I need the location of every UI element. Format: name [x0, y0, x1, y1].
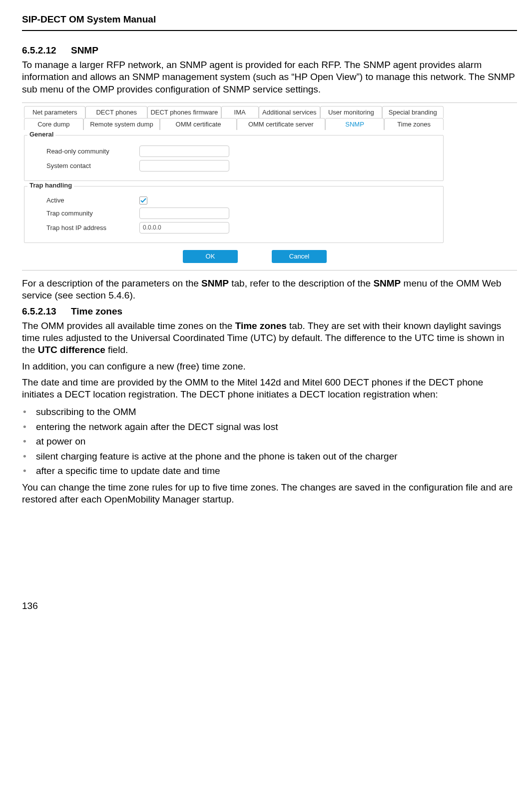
tab-dect-phones[interactable]: DECT phones — [85, 106, 147, 118]
list-item: silent charging feature is active at the… — [22, 449, 517, 464]
tab-dect-phones-firmware[interactable]: DECT phones firmware — [147, 106, 221, 118]
paragraph: In addition, you can configure a new (fr… — [22, 360, 517, 372]
input-trap-host-ip[interactable] — [139, 222, 229, 234]
row-trap-community: Trap community — [34, 208, 433, 219]
cancel-button[interactable]: Cancel — [272, 250, 327, 263]
row-system-contact: System contact — [34, 160, 433, 172]
label-read-only-community: Read-only community — [34, 148, 139, 155]
tab-row-2: Core dump Remote system dump OMM certifi… — [24, 118, 444, 130]
general-fieldset: General Read-only community System conta… — [24, 135, 444, 181]
trap-legend: Trap handling — [27, 182, 74, 189]
paragraph: You can change the time zone rules for u… — [22, 482, 517, 506]
text-bold: SNMP — [201, 278, 229, 288]
paragraph: The OMM provides all available time zone… — [22, 320, 517, 356]
section-number: 6.5.2.13 — [22, 306, 56, 316]
section-title: Time zones — [71, 306, 122, 316]
section-title: SNMP — [71, 45, 98, 56]
paragraph: To manage a larger RFP network, an SNMP … — [22, 59, 517, 96]
text: tab, refer to the description of the — [229, 278, 373, 288]
tab-additional-services[interactable]: Additional services — [259, 106, 320, 118]
paragraph: The date and time are provided by the OM… — [22, 376, 517, 401]
label-trap-host-ip: Trap host IP address — [34, 224, 139, 232]
doc-header: SIP-DECT OM System Manual — [22, 14, 517, 25]
text-bold: UTC difference — [38, 344, 105, 355]
tab-ima[interactable]: IMA — [221, 106, 259, 118]
text: The OMM provides all available time zone… — [22, 320, 235, 331]
tab-user-monitoring[interactable]: User monitoring — [320, 106, 382, 118]
ok-button[interactable]: OK — [183, 250, 238, 263]
text-bold: SNMP — [373, 278, 401, 288]
tab-snmp[interactable]: SNMP — [325, 118, 385, 130]
label-active: Active — [34, 196, 139, 204]
snmp-figure: Net parameters DECT phones DECT phones f… — [22, 102, 517, 270]
list-item: after a specific time to update date and… — [22, 464, 517, 478]
row-trap-host-ip: Trap host IP address — [34, 222, 433, 234]
header-divider — [22, 30, 517, 31]
section-heading-snmp: 6.5.2.12 SNMP — [22, 45, 517, 56]
checkbox-active[interactable] — [139, 196, 147, 204]
row-read-only-community: Read-only community — [34, 146, 433, 157]
row-active: Active — [34, 196, 433, 204]
text-bold: Time zones — [235, 320, 287, 331]
label-trap-community: Trap community — [34, 210, 139, 217]
tab-special-branding[interactable]: Special branding — [382, 106, 444, 118]
text: field. — [105, 344, 128, 355]
paragraph: For a description of the parameters on t… — [22, 278, 517, 302]
tab-omm-certificate-server[interactable]: OMM certificate server — [237, 118, 325, 130]
label-system-contact: System contact — [34, 162, 139, 170]
list-item: entering the network again after the DEC… — [22, 420, 517, 434]
section-number: 6.5.2.12 — [22, 45, 56, 56]
tab-row-1: Net parameters DECT phones DECT phones f… — [24, 106, 444, 118]
trap-fieldset: Trap handling Active Trap community Trap… — [24, 186, 444, 243]
tab-core-dump[interactable]: Core dump — [24, 118, 83, 130]
check-icon — [140, 198, 146, 204]
button-row: OK Cancel — [183, 250, 444, 263]
tab-time-zones[interactable]: Time zones — [384, 118, 444, 130]
page-number: 136 — [22, 600, 517, 612]
section-heading-timezones: 6.5.2.13 Time zones — [22, 306, 517, 317]
input-read-only-community[interactable] — [139, 146, 229, 157]
general-legend: General — [27, 130, 55, 138]
tab-omm-certificate[interactable]: OMM certificate — [160, 118, 237, 130]
list-item: at power on — [22, 434, 517, 448]
tab-remote-system-dump[interactable]: Remote system dump — [83, 118, 160, 130]
text: For a description of the parameters on t… — [22, 278, 201, 288]
bullet-list: subscribing to the OMM entering the netw… — [22, 404, 517, 478]
tab-net-parameters[interactable]: Net parameters — [24, 106, 85, 118]
input-system-contact[interactable] — [139, 160, 229, 172]
input-trap-community[interactable] — [139, 208, 229, 219]
list-item: subscribing to the OMM — [22, 404, 517, 419]
